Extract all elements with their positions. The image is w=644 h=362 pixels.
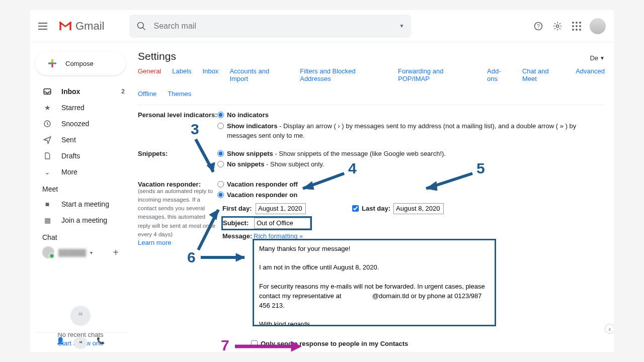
- inbox-count: 2: [121, 88, 125, 95]
- compose-label: Compose: [65, 60, 94, 67]
- svg-text:7: 7: [221, 337, 229, 352]
- chat-heading: Chat: [30, 228, 131, 244]
- search-icon: [136, 21, 146, 31]
- gmail-icon: [58, 21, 72, 32]
- header: Gmail ▼ ?: [30, 10, 614, 42]
- nav-snoozed[interactable]: Snoozed: [30, 116, 131, 132]
- compose-button[interactable]: Compose: [35, 51, 126, 75]
- vacation-off-label: Vacation responder off: [227, 180, 298, 188]
- rich-formatting-link[interactable]: Rich formatting »: [254, 232, 495, 240]
- first-day-label: First day:: [222, 205, 253, 212]
- language-selector[interactable]: De▼: [590, 54, 605, 62]
- nav-more[interactable]: ⌄ More: [30, 164, 131, 180]
- subject-label: Subject:: [223, 219, 251, 227]
- snippets-opt1-label: Show snippets: [227, 150, 273, 157]
- settings-tabs: General Labels Inbox Accounts and Import…: [138, 67, 605, 85]
- pli-label: Personal level indicators:: [138, 110, 217, 119]
- nav-inbox-label: Inbox: [61, 87, 80, 96]
- pli-opt2-desc: - Display an arrow ( › ) by messages sen…: [227, 122, 576, 140]
- first-day-input[interactable]: [256, 203, 306, 214]
- message-textarea[interactable]: [254, 240, 495, 325]
- clock-icon: [42, 119, 52, 128]
- meet-join-label: Join a meeting: [61, 216, 107, 224]
- vacation-on-radio[interactable]: [217, 192, 224, 198]
- nav-drafts-label: Drafts: [61, 152, 80, 160]
- nav-starred[interactable]: ★ Starred: [30, 100, 131, 116]
- product-name: Gmail: [75, 20, 104, 33]
- chevron-down-icon[interactable]: ▾: [90, 250, 93, 255]
- chevron-down-icon: ▼: [600, 55, 605, 61]
- main-menu-button[interactable]: [38, 20, 50, 32]
- tab-advanced[interactable]: Advanced: [576, 67, 605, 84]
- tab-inbox[interactable]: Inbox: [203, 67, 219, 84]
- footer-contacts-icon[interactable]: 👤: [56, 337, 64, 349]
- meet-heading: Meet: [30, 180, 131, 196]
- side-panel-toggle[interactable]: ‹: [605, 324, 614, 334]
- footer-chat-icon[interactable]: ❝: [73, 337, 88, 349]
- snippets-label: Snippets:: [138, 149, 217, 157]
- snippets-opt2-desc: - Show subject only.: [264, 160, 324, 168]
- vacation-on-label: Vacation responder on: [227, 191, 297, 199]
- nav-inbox[interactable]: Inbox 2: [30, 83, 131, 100]
- meet-join[interactable]: ▦ Join a meeting: [30, 212, 131, 228]
- only-contacts-label: Only send a response to people in my Con…: [261, 340, 408, 347]
- tab-chatmeet[interactable]: Chat and Meet: [522, 67, 565, 84]
- chevron-down-icon: ⌄: [42, 168, 52, 176]
- star-icon: ★: [42, 104, 52, 112]
- content: Settings De▼ General Labels Inbox Accoun…: [131, 42, 614, 352]
- chat-user-name: ██████: [58, 249, 86, 256]
- subject-input[interactable]: [254, 218, 310, 229]
- only-contacts-checkbox[interactable]: [251, 340, 258, 347]
- meet-start[interactable]: ■ Start a meeting: [30, 196, 131, 212]
- chat-user[interactable]: ██████ ▾ +: [30, 244, 131, 260]
- last-day-checkbox[interactable]: [352, 205, 359, 212]
- nav-starred-label: Starred: [61, 104, 85, 112]
- tab-accounts[interactable]: Accounts and Import: [229, 67, 289, 84]
- pli-no-indicators-radio[interactable]: [217, 112, 224, 118]
- nav-drafts[interactable]: Drafts: [30, 148, 131, 164]
- page-title: Settings: [138, 50, 176, 62]
- snippets-opt1-desc: - Show snippets of the message (like Goo…: [273, 150, 446, 157]
- pli-opt1-label: No indicators: [227, 111, 269, 119]
- sent-icon: [42, 135, 52, 144]
- nav-sent[interactable]: Sent: [30, 132, 131, 148]
- tab-addons[interactable]: Add-ons: [487, 67, 511, 84]
- search-input[interactable]: [153, 22, 399, 31]
- vacation-off-radio[interactable]: [217, 181, 224, 188]
- chat-bubble-icon: ❝: [70, 306, 91, 326]
- svg-point-4: [556, 25, 559, 27]
- apps-icon[interactable]: [571, 20, 583, 32]
- language-label: De: [590, 54, 598, 62]
- search-bar[interactable]: ▼: [129, 15, 411, 38]
- snippets-show-radio[interactable]: [217, 150, 224, 157]
- tab-filters[interactable]: Filters and Blocked Addresses: [300, 67, 387, 84]
- new-chat-button[interactable]: +: [113, 247, 119, 258]
- drafts-icon: [42, 151, 52, 160]
- pli-show-indicators-radio[interactable]: [217, 123, 224, 129]
- svg-point-0: [138, 22, 144, 28]
- gmail-logo[interactable]: Gmail: [58, 20, 104, 33]
- search-options-button[interactable]: ▼: [399, 23, 405, 29]
- video-icon: ■: [42, 200, 52, 208]
- snippets-no-radio[interactable]: [217, 161, 224, 167]
- keyboard-icon: ▦: [42, 216, 52, 224]
- account-avatar[interactable]: [590, 18, 606, 34]
- tab-themes[interactable]: Themes: [168, 90, 191, 100]
- message-label: Message:: [222, 232, 251, 240]
- last-day-input[interactable]: [393, 203, 444, 214]
- pli-opt2-label: Show indicators: [227, 122, 277, 130]
- tab-general[interactable]: General: [138, 67, 161, 84]
- settings-tabs-row2: Offline Themes: [138, 90, 605, 105]
- inbox-icon: [42, 87, 52, 96]
- compose-plus-icon: [46, 57, 58, 69]
- nav-sent-label: Sent: [61, 136, 76, 144]
- footer-phone-icon[interactable]: 📞: [97, 337, 105, 349]
- vacation-learn-more[interactable]: Learn more: [138, 239, 217, 246]
- sidebar: Compose Inbox 2 ★ Starred Snoozed Sent: [30, 42, 131, 352]
- settings-gear-icon[interactable]: [551, 20, 564, 32]
- tab-labels[interactable]: Labels: [172, 67, 191, 84]
- tab-forwarding[interactable]: Forwarding and POP/IMAP: [398, 67, 476, 84]
- chat-user-avatar: [42, 246, 54, 258]
- tab-offline[interactable]: Offline: [138, 90, 156, 100]
- support-icon[interactable]: ?: [532, 20, 544, 32]
